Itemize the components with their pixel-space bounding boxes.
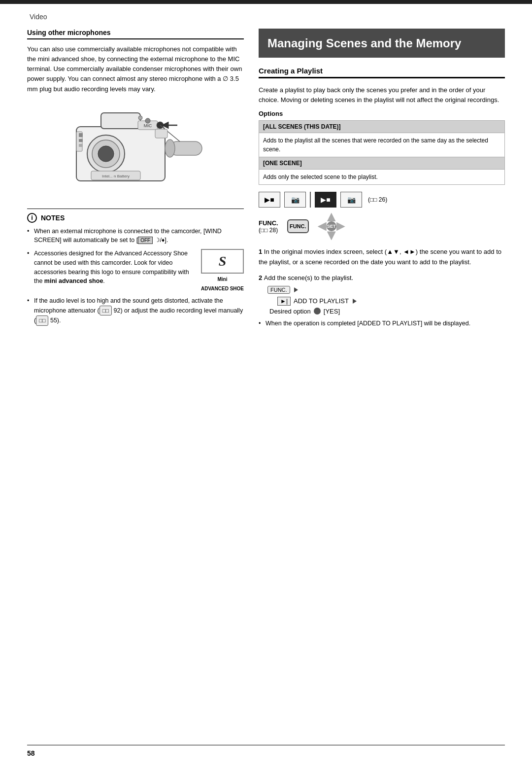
bottom-rule	[27, 745, 505, 746]
page-number: 58	[27, 749, 35, 757]
main-content: Using other microphones You can also use…	[0, 24, 532, 349]
notes-title: NOTES	[41, 214, 65, 222]
desired-option-row: Desired option [YES]	[269, 308, 505, 315]
step2-text: 2 Add the scene(s) to the playlist.	[259, 273, 505, 283]
camera-svg: MIC Intel... n Battery	[62, 102, 209, 201]
active-photo-icon[interactable]: 📷	[340, 192, 362, 208]
notes-section: i NOTES When an external microphone is c…	[27, 209, 244, 326]
note-item-3: If the audio level is too high and the s…	[27, 296, 244, 326]
arrow-right-2	[353, 299, 357, 304]
playlist-icon: ►|	[277, 297, 291, 306]
small-circle-icon	[314, 308, 321, 315]
camera-illustration: MIC Intel... n Battery	[27, 102, 244, 201]
left-body-text: You can also use commercially available …	[27, 44, 244, 94]
top-bar	[0, 0, 532, 4]
header-label: Video	[30, 13, 47, 21]
options-label: Options	[259, 110, 505, 117]
option2-header: [ONE SCENE]	[259, 157, 504, 170]
add-to-playlist-label: ADD TO PLAYLIST	[294, 297, 349, 305]
dpad-right[interactable]	[336, 222, 345, 231]
svg-rect-20	[79, 139, 83, 142]
dpad-center[interactable]: SET	[327, 221, 336, 231]
page: Video Using other microphones You can al…	[0, 0, 532, 769]
dpad[interactable]: SET	[318, 212, 345, 240]
arrow-right-1	[294, 287, 298, 292]
dpad-up[interactable]	[327, 212, 336, 221]
mini-shoe-box: Accessories designed for the Advanced Ac…	[34, 249, 244, 292]
playlist-row: ►| ADD TO PLAYLIST	[277, 297, 505, 306]
managing-heading: Managing Scenes and the Memory	[267, 35, 496, 51]
right-bullet-1-text: When the operation is completed [ADDED T…	[266, 320, 470, 327]
yes-label: [YES]	[324, 308, 340, 315]
func-button[interactable]: FUNC.	[287, 219, 309, 233]
step2-substeps: FUNC. ►| ADD TO PLAYLIST Desired option …	[267, 286, 505, 315]
dpad-left[interactable]	[318, 222, 327, 231]
active-video-icon[interactable]: ▶■	[315, 192, 336, 208]
note-item-2: Accessories designed for the Advanced Ac…	[27, 249, 244, 292]
icon-row: ▶■ 📷 ▶■ 📷 (□□ 26)	[259, 192, 505, 208]
step2-content: Add the scene(s) to the playlist.	[264, 274, 353, 281]
svg-rect-21	[79, 144, 83, 147]
func-inline-btn[interactable]: FUNC.	[267, 286, 290, 294]
func-row: FUNC. (□□ 28) FUNC. SET	[259, 212, 505, 240]
step1-content: In the original movies index screen, sel…	[259, 248, 501, 265]
icon-separator	[310, 192, 311, 208]
mini-s-logo: S	[201, 249, 244, 274]
right-bullets: When the operation is completed [ADDED T…	[259, 319, 505, 328]
options-table: [ALL SCENES (THIS DATE)] Adds to the pla…	[259, 120, 505, 185]
right-column: Managing Scenes and the Memory Creating …	[259, 29, 505, 334]
svg-rect-19	[79, 133, 83, 137]
step2-number: 2	[259, 274, 264, 281]
svg-point-16	[165, 140, 175, 157]
video-mode-icon[interactable]: ▶■	[259, 192, 280, 208]
svg-point-3	[98, 146, 114, 162]
info-icon: i	[27, 213, 37, 223]
right-bullet-1: When the operation is completed [ADDED T…	[259, 319, 505, 328]
svg-rect-4	[101, 113, 140, 129]
func-label: FUNC.	[259, 219, 278, 227]
notes-header: i NOTES	[27, 213, 244, 223]
svg-text:MIC: MIC	[144, 123, 152, 128]
svg-point-14	[138, 116, 142, 120]
option1-header: [ALL SCENES (THIS DATE)]	[259, 121, 504, 133]
note-item-1: When an external microphone is connected…	[27, 227, 244, 245]
step1-text: 1 In the original movies index screen, s…	[259, 247, 505, 267]
func-ref: (□□ 28)	[259, 227, 278, 234]
right-section-heading: Creating a Playlist	[259, 67, 505, 78]
option1-body: Adds to the playlist all the scenes that…	[259, 133, 504, 157]
mini-label: Mini	[201, 276, 244, 283]
step1-number: 1	[259, 248, 262, 255]
icon-page-ref: (□□ 26)	[368, 196, 387, 203]
managing-heading-box: Managing Scenes and the Memory	[259, 29, 505, 58]
svg-rect-18	[155, 129, 167, 138]
notes-list: When an external microphone is connected…	[27, 227, 244, 326]
photo-mode-icon[interactable]: 📷	[284, 192, 306, 208]
right-intro-text: Create a playlist to play back only the …	[259, 85, 505, 105]
desired-option-text: Desired option	[269, 308, 311, 315]
svg-text:Intel... n Battery: Intel... n Battery	[102, 174, 130, 178]
advanced-shoe-label: ADVANCED SHOE	[201, 285, 244, 292]
left-section-heading: Using other microphones	[27, 29, 244, 39]
svg-point-13	[145, 118, 150, 123]
step-2: 2 Add the scene(s) to the playlist. FUNC…	[259, 273, 505, 328]
option2-body: Adds only the selected scene to the play…	[259, 170, 504, 184]
left-column: Using other microphones You can also use…	[27, 29, 244, 334]
step-1: 1 In the original movies index screen, s…	[259, 247, 505, 267]
dpad-down[interactable]	[327, 231, 336, 240]
header: Video	[0, 4, 532, 24]
